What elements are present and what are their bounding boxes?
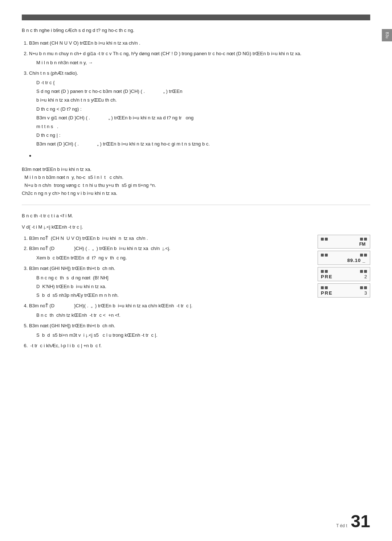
sub-text: S b d s5 bi+n m3t v i ¡.<j s5 c l u tron…: [36, 331, 310, 339]
pre-label: PRE: [321, 274, 333, 279]
fm-dot: [325, 270, 328, 273]
fm-dots-left: [321, 269, 328, 274]
list-item: -t tr c i khÆc, l-p l i b c | +n b c f.: [29, 342, 310, 350]
two-col-layout: B3m noŤ (CH N U V O) trŒEn b i=u khi n t…: [22, 235, 370, 354]
fm-pre-row: PRE 2: [321, 274, 367, 279]
fm-dots-left: [321, 253, 328, 258]
list-item: B3m noŤ (CH N U V O) trŒEn b i=u khi n t…: [29, 235, 310, 242]
fm-label: FM: [321, 242, 367, 247]
fm-dots-right: [360, 285, 367, 290]
fm-panel-row: [321, 237, 367, 242]
note-line: Ch2c n ng n y ch> ho t ng v i b i=u khi …: [22, 189, 370, 197]
right-tab: B3u: [382, 29, 392, 41]
fm-dot: [364, 238, 367, 241]
list-item-text: -t tr c i khÆc, l-p l i b c | +n b c f.: [29, 343, 102, 348]
list-item-text: B3m nœt (GHI NH]) trŒEn thi+t b ch nh.: [29, 323, 115, 328]
page-number: 31: [351, 513, 370, 530]
list-item-text: B3m noŤ (D }CH)( . „ ) trŒEn b i=u khi n…: [29, 303, 192, 308]
fm-dot: [360, 238, 363, 241]
fm-dot: [364, 270, 367, 273]
fm-dot: [321, 254, 324, 257]
fm-dot: [360, 254, 363, 257]
section2-list: B3m noŤ (CH N U V O) trŒEn b i=u khi n t…: [29, 235, 310, 350]
fm-panel-2: 89.10 _: [318, 251, 370, 265]
section2-intro1: B n c th -t tr c t i a <f i M.: [22, 212, 370, 220]
list-item-text: Ch/n t n s (phÆt radio).: [29, 70, 78, 76]
bullet-note: •: [29, 152, 370, 160]
list-item-sub: B n c th ch/n tz kŒEnh -t tr c < +n <f.: [36, 311, 310, 319]
sub-line: D -t tr c {: [36, 79, 370, 87]
section1-header-bar: [22, 15, 370, 20]
list-item: B3m noŤ (D }CH)( . „ ) trŒEn b i=u khi n…: [29, 302, 310, 319]
sub-line: B3m v gi1 nœt (D }CH) ( . „ ) trŒEn b i=…: [36, 114, 370, 122]
fm-dots-right: [360, 237, 367, 242]
list-item: Ch/n t n s (phÆt radio). D -t tr c { S d…: [29, 70, 370, 148]
fm-dot: [360, 270, 363, 273]
list-item: B3m nœt (GHI NH]) trŒEn thi+t b ch nh. B…: [29, 265, 310, 299]
page-footer: T éd t 31: [336, 513, 370, 530]
list-item-text: B3m nœt (CH N U V O) trŒEn b i=u khi n t…: [29, 40, 140, 46]
list-item-text: N+u b n mu n chuy n ch+ d gi1a -t tr c v…: [29, 51, 301, 56]
section1-intro: B n c th nghe i b9ng cÆch s d ng d t? ng…: [22, 27, 370, 34]
list-item-text: B3m noŤ (D }CH) ( . „ ) trŒEn b i=u khi …: [29, 246, 170, 251]
fm-dot: [321, 238, 324, 241]
section2-list-col: B3m noŤ (CH N U V O) trŒEn b i=u khi n t…: [22, 235, 310, 354]
list-item: N+u b n mu n chuy n ch+ d gi1a -t tr c v…: [29, 50, 370, 67]
fm-dot: [360, 286, 363, 289]
sub-text: B n c th ch/n tz kŒEnh -t tr c < +n <f.: [36, 311, 310, 319]
fm-frequency: 89.10 _: [321, 258, 367, 263]
sub-text: Xem b c bŒEn trŒEn d t? ng v th c ng.: [36, 254, 310, 262]
note-line: B3m nœt trŒEn b i=u khi n tz xa.: [22, 165, 370, 173]
list-item: B3m nœt (CH N U V O) trŒEn b i=u khi n t…: [29, 40, 370, 47]
fm-dot: [325, 238, 328, 241]
fm-panel-row: [321, 269, 367, 274]
fm-panel-row: [321, 285, 367, 290]
pre-number: 3: [364, 290, 367, 296]
list-item-text: B3m nœt (GHI NH]) trŒEn thi+t b ch nh.: [29, 266, 115, 271]
footer-label: T éd t: [336, 523, 347, 528]
list-item-sub: M i l n b n nh3n nœt n y, →: [36, 59, 370, 67]
fm-dot: [325, 254, 328, 257]
pre-number: 2: [364, 274, 367, 279]
sub-text: D K'NH) trŒEn b i=u khi n tz xa.: [36, 283, 310, 291]
sub-line: m t t n s .: [36, 123, 370, 131]
sub-line: b i=u khi n tz xa ch/n t n s yŒEu th ch.: [36, 96, 370, 104]
fm-dots-left: [321, 285, 328, 290]
list-item-sub: B n c ng c th s d ng nœt (B! NH] D K'NH)…: [36, 274, 310, 299]
note-line: N+u b n ch/n trong vøng c t n hi u thu y…: [22, 181, 370, 189]
fm-dot: [364, 286, 367, 289]
sub-line: S d ng nœt (D ) panen tr c ho-c b3m nœt …: [36, 87, 370, 95]
fm-dots-left: [321, 237, 328, 242]
sub-text: S b d s5 nh3p nhÆy trŒEn m n h nh.: [36, 291, 310, 299]
section1-note: B3m nœt trŒEn b i=u khi n tz xa. M i l n…: [22, 165, 370, 197]
list-item-sub: S b d s5 bi+n m3t v i ¡.<j s5 c l u tron…: [36, 331, 310, 339]
fm-dot: [321, 270, 324, 273]
list-item-sub: Xem b c bŒEn trŒEn d t? ng v th c ng.: [36, 254, 310, 262]
fm-dot: [364, 254, 367, 257]
fm-panels-col: FM 89.10 _: [318, 235, 370, 298]
sub-text: B n c ng c th s d ng nœt (B! NH]: [36, 274, 310, 282]
fm-pre-row: PRE 3: [321, 290, 367, 296]
divider: [22, 205, 370, 205]
right-tab-label: B3u: [385, 32, 389, 38]
fm-dots-right: [360, 253, 367, 258]
sub-line: D th c ng | :: [36, 131, 370, 139]
sub-line: D th c ng < (D t? ng) :: [36, 105, 370, 113]
list-item: B3m nœt (GHI NH]) trŒEn thi+t b ch nh. S…: [29, 322, 310, 339]
pre-label: PRE: [321, 290, 333, 296]
sub-text: M i l n b n nh3n nœt n y, →: [36, 59, 370, 67]
fm-dots-right: [360, 269, 367, 274]
fm-dot: [321, 286, 324, 289]
fm-panel-row: [321, 253, 367, 258]
fm-panel-3: PRE 2: [318, 267, 370, 281]
fm-dot: [325, 286, 328, 289]
page-container: B3u B n c th nghe i b9ng cÆch s d ng d t…: [0, 0, 392, 541]
section2-intro2: V d{ -t i M ¡.<j kŒEnh -t tr c |.: [22, 224, 370, 231]
section1-list: B3m nœt (CH N U V O) trŒEn b i=u khi n t…: [29, 40, 370, 148]
list-item-sub: D -t tr c { S d ng nœt (D ) panen tr c h…: [36, 79, 370, 148]
list-item-text: B3m noŤ (CH N U V O) trŒEn b i=u khi n t…: [29, 235, 148, 241]
fm-panel-1: FM: [318, 235, 370, 249]
note-line: M i l n b n b3m nœt n y, ho-c s5 l n l t…: [22, 173, 370, 181]
sub-line: B3m nœt (D }CH) ( . „ ) trŒEn b i=u khi …: [36, 140, 370, 148]
list-item: B3m noŤ (D }CH) ( . „ ) trŒEn b i=u khi …: [29, 245, 310, 262]
